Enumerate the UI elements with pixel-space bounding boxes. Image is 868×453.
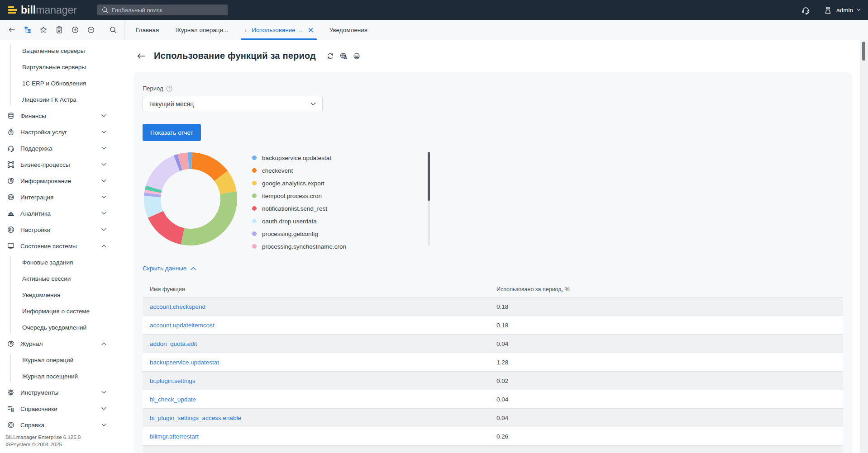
function-name-link[interactable]: bi.plugin.settings bbox=[150, 378, 496, 384]
sidebar-subitem[interactable]: Журнал посещений bbox=[0, 368, 128, 384]
donut-chart[interactable] bbox=[143, 151, 238, 247]
top-bar: billmanager Глобальный поиск admin bbox=[0, 0, 868, 20]
sidebar-subitem[interactable]: Очередь уведомлений bbox=[0, 319, 128, 335]
legend-item[interactable]: backupservice.updatestat bbox=[252, 151, 430, 164]
sidebar-item[interactable]: Поддержка bbox=[0, 140, 128, 156]
chevron-down-icon bbox=[101, 228, 106, 231]
tab-1[interactable]: Главная bbox=[136, 20, 159, 40]
show-report-button[interactable]: Показать отчет bbox=[143, 124, 201, 141]
legend-label: processing.synchostname.cron bbox=[262, 243, 346, 250]
sidebar-item[interactable]: $Интеграция bbox=[0, 189, 128, 205]
sidebar-subitem[interactable]: Информация о системе bbox=[0, 303, 128, 319]
legend-scrollbar-thumb[interactable] bbox=[428, 152, 430, 201]
legend-item[interactable]: oauth.drop.userdata bbox=[252, 215, 430, 227]
star-icon[interactable] bbox=[37, 24, 49, 36]
legend-scrollbar bbox=[428, 152, 430, 246]
zoom-in-icon[interactable] bbox=[69, 24, 81, 36]
legend-item[interactable]: processing.synchostname.cron bbox=[252, 240, 430, 253]
legend-item[interactable]: checkevent bbox=[252, 164, 430, 177]
chevron-up-icon bbox=[101, 342, 106, 345]
sidebar-item[interactable]: Журнал bbox=[0, 335, 128, 352]
sidebar-item[interactable]: Бизнес-процессы bbox=[0, 156, 128, 173]
sidebar-item-label: Информирование bbox=[20, 178, 71, 184]
tab-close-icon[interactable] bbox=[308, 28, 313, 33]
pie-chart-icon bbox=[7, 177, 15, 185]
gear-icon bbox=[7, 388, 15, 396]
zoom-out-icon[interactable] bbox=[85, 24, 97, 36]
sidebar-subitem[interactable]: Лицензии ГК Астра bbox=[0, 91, 128, 108]
page-scrollbar-thumb[interactable] bbox=[862, 42, 865, 61]
workflow-icon bbox=[7, 160, 15, 169]
sidebar-item-label: Справочники bbox=[20, 406, 57, 412]
function-name-link[interactable]: billmgr.afterrestart bbox=[150, 433, 496, 440]
donut-slice[interactable] bbox=[181, 191, 237, 245]
donut-slice[interactable] bbox=[148, 211, 184, 245]
period-select[interactable]: текущий месяц bbox=[143, 96, 323, 112]
global-search-input[interactable]: Глобальный поиск bbox=[97, 5, 228, 15]
tree-icon[interactable] bbox=[21, 24, 33, 36]
legend-dot bbox=[252, 206, 257, 211]
function-name-link[interactable]: account.updateitemcost bbox=[150, 322, 496, 329]
table-row: account.updateitemcost0.18 bbox=[143, 316, 843, 335]
sidebar-item[interactable]: Состояние системы bbox=[0, 238, 128, 254]
topbar-right: admin bbox=[801, 0, 861, 20]
sidebar-item[interactable]: Справка bbox=[0, 417, 128, 433]
help-icon[interactable]: ? bbox=[166, 85, 172, 92]
logo-light: manager bbox=[36, 4, 77, 16]
function-name-link[interactable]: backupservice.updatestat bbox=[150, 359, 496, 366]
sidebar-item-label: Интеграция bbox=[20, 194, 53, 201]
tab-bar: ГлавнаяЖурнал операци...›Использование .… bbox=[125, 20, 367, 40]
sidebar-subitem[interactable]: Журнал операций bbox=[0, 352, 128, 368]
sidebar-item[interactable]: Справочники bbox=[0, 401, 128, 417]
sidebar-item[interactable]: Информирование bbox=[0, 173, 128, 189]
app-logo[interactable]: billmanager bbox=[8, 5, 77, 15]
legend-dot bbox=[252, 193, 257, 198]
sidebar-subitem[interactable]: Выделенные серверы bbox=[0, 42, 128, 59]
tab-3[interactable]: ›Использование ... bbox=[244, 20, 313, 40]
donut-slice[interactable] bbox=[146, 156, 180, 190]
sidebar-subitem[interactable]: 1C ERP и Обновления bbox=[0, 75, 128, 91]
legend-label: checkevent bbox=[262, 167, 293, 174]
hide-data-link[interactable]: Скрыть данные bbox=[143, 265, 196, 272]
support-headset-icon[interactable] bbox=[801, 5, 811, 15]
legend-label: oauth.drop.userdata bbox=[262, 218, 317, 225]
sidebar-subitem[interactable]: Виртуальные серверы bbox=[0, 59, 128, 75]
legend-item[interactable]: processing.getconfig bbox=[252, 227, 430, 240]
sidebar-item[interactable]: $Настройка услуг bbox=[0, 124, 128, 140]
usage-percent-value: 0.26 bbox=[496, 433, 836, 440]
back-icon[interactable] bbox=[5, 24, 18, 36]
logo-bold: bill bbox=[21, 4, 36, 16]
back-button[interactable] bbox=[136, 52, 146, 61]
function-name-link[interactable]: addon_quota.edit bbox=[150, 340, 496, 347]
tab-4[interactable]: Уведомления bbox=[329, 20, 367, 40]
sidebar-subitem[interactable]: Уведомления bbox=[0, 287, 128, 303]
sidebar-footer: BILLmanager Enterprise 6.125.0 ISPsystem… bbox=[5, 434, 81, 448]
legend-item[interactable]: itempool.process.cron bbox=[252, 189, 430, 202]
tab-2[interactable]: Журнал операци... bbox=[175, 20, 228, 40]
user-menu[interactable]: admin bbox=[823, 5, 861, 15]
sidebar-subitem[interactable]: Фоновые задания bbox=[0, 254, 128, 270]
refresh-icon[interactable] bbox=[326, 52, 334, 60]
sidebar-item[interactable]: Инструменты bbox=[0, 384, 128, 401]
legend-item[interactable]: google.analytics.export bbox=[252, 177, 430, 189]
sidebar-item-label: Инструменты bbox=[20, 389, 58, 396]
sidebar-item[interactable]: Финансы bbox=[0, 108, 128, 124]
legend-item[interactable]: notificationlist.send_rest bbox=[252, 202, 430, 215]
username: admin bbox=[836, 7, 853, 14]
chevron-down-icon bbox=[101, 212, 106, 215]
table-row: bi_check_update0.04 bbox=[143, 390, 843, 409]
function-name-link[interactable]: account.checkspend bbox=[150, 303, 496, 310]
printer-icon[interactable] bbox=[353, 52, 361, 60]
search-icon[interactable] bbox=[107, 24, 119, 36]
function-name-link[interactable]: business_processes.tasks.templates.custo… bbox=[150, 452, 496, 453]
sidebar-item[interactable]: Аналитика bbox=[0, 205, 128, 222]
tasks-icon[interactable] bbox=[53, 24, 65, 36]
function-name-link[interactable]: bi_plugin_settings_access.enable bbox=[150, 415, 496, 421]
function-name-link[interactable]: bi_check_update bbox=[150, 396, 496, 403]
globe-link-icon[interactable] bbox=[339, 52, 348, 60]
sidebar-item[interactable]: Настройки bbox=[0, 222, 128, 238]
title-actions bbox=[326, 52, 361, 60]
usage-percent-value: 0.18 bbox=[496, 303, 836, 310]
tab-label: Использование ... bbox=[252, 27, 302, 33]
sidebar-subitem[interactable]: Активные сессии bbox=[0, 270, 128, 287]
